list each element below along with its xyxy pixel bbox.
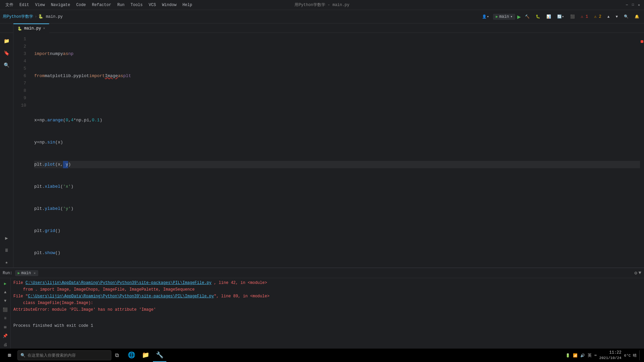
menu-file[interactable]: 文件 xyxy=(3,1,16,8)
taskbar-date: 2021/10/24 xyxy=(599,356,622,361)
line-numbers: 1 2 3 4 5 6 7 8 9 10 xyxy=(13,33,30,267)
pycharm-icon: 🔧 xyxy=(156,351,163,359)
menu-window[interactable]: Window xyxy=(159,2,179,8)
sidebar-run-icon[interactable]: ▶ xyxy=(1,233,12,243)
run-pin-icon[interactable]: 📌 xyxy=(1,332,9,340)
run-settings-icon[interactable]: ⚙ xyxy=(634,270,637,276)
toolbar-left: 用Python学数学 › 🐍 main.py xyxy=(3,14,479,19)
menu-navigate[interactable]: Navigate xyxy=(48,2,73,8)
search-button[interactable]: 🔍 xyxy=(622,14,631,19)
menu-view[interactable]: View xyxy=(33,2,48,8)
battery-icon: 🔋 xyxy=(566,353,570,358)
window-title: 用Python学数学 - main.py xyxy=(294,2,349,8)
warning-count[interactable]: ⚠ 2 xyxy=(592,13,603,20)
run-output-line-2: from . import Image, ImageChops, ImageFi… xyxy=(13,286,639,293)
run-print-icon[interactable]: 🖨 xyxy=(1,341,9,349)
left-sidebar: 📁 🔖 🔍 ▶ ≣ ★ xyxy=(0,33,13,267)
wifi-icon: 📶 xyxy=(573,353,578,358)
taskbar-right: 🔋 📶 🔊 英 ⌨ 11:22 2021/10/24 6°C 晴 xyxy=(566,350,641,361)
menu-edit[interactable]: Edit xyxy=(17,2,32,8)
nav-up[interactable]: ▲ xyxy=(605,14,612,19)
tab-main-py[interactable]: 🐍 main.py × xyxy=(13,23,49,33)
sidebar-bookmark-icon[interactable]: 🔖 xyxy=(1,48,12,58)
taskbar-weather: 6°C 晴 xyxy=(624,353,637,358)
taskbar-search[interactable]: 🔍 在这里输入你要搜索的内容 xyxy=(17,350,111,360)
code-editor[interactable]: 1 2 3 4 5 6 7 8 9 10 import numpy as np … xyxy=(13,33,644,267)
window-controls: — □ ✕ xyxy=(625,3,641,7)
run-button[interactable]: ▶ xyxy=(517,13,521,20)
toolbar-coverage[interactable]: 📊 xyxy=(544,14,553,19)
menu-help[interactable]: Help xyxy=(180,2,195,8)
breadcrumb: 用Python学数学 › 🐍 main.py xyxy=(3,14,63,19)
taskbar-search-text: 在这里输入你要搜索的内容 xyxy=(28,353,76,358)
taskbar-app-edge[interactable]: 🌐 xyxy=(125,349,138,362)
taskbar: ⊞ 🔍 在这里输入你要搜索的内容 ⧉ 🌐 📁 🔧 🔋 📶 🔊 英 ⌨ 11:22… xyxy=(0,349,644,362)
code-line-4: x = np.arange(0, 4 * np.pi, 0.1) xyxy=(34,117,640,124)
taskbar-time: 11:22 xyxy=(599,350,622,356)
run-config-tab[interactable]: ▶ main ✕ xyxy=(15,270,38,276)
menu-vcs[interactable]: VCS xyxy=(146,2,159,8)
minimize-button[interactable]: — xyxy=(625,3,629,7)
tab-close-button[interactable]: × xyxy=(43,27,45,31)
sidebar-project-icon[interactable]: 📁 xyxy=(1,36,12,46)
code-line-3 xyxy=(34,95,640,102)
toolbar-build[interactable]: 🔨 xyxy=(523,14,532,19)
code-line-5: y = np.sin(x) xyxy=(34,139,640,146)
task-view-button[interactable]: ⧉ xyxy=(113,350,121,360)
run-file-link-main[interactable]: C:\Users\lijin\AppData\Roaming\Python\Py… xyxy=(28,294,214,299)
menu-bar: 文件 Edit View Navigate Code Refactor Run … xyxy=(3,1,195,8)
run-tab-close[interactable]: ✕ xyxy=(34,271,36,275)
run-play-icon[interactable]: ▶ xyxy=(1,280,9,288)
breadcrumb-file: 🐍 main.py xyxy=(38,14,63,19)
menu-code[interactable]: Code xyxy=(73,2,89,8)
error-count[interactable]: ⚠ 1 xyxy=(579,13,590,20)
run-exit-message: Process finished with exit code 1 xyxy=(13,316,639,329)
run-scroll-up-icon[interactable]: ▲ xyxy=(1,288,9,296)
taskbar-system-icons: 🔋 📶 🔊 英 ⌨ xyxy=(566,353,597,358)
run-output-line-4: class ImageFile(Image.Image): xyxy=(13,300,639,306)
toolbar-profile[interactable]: 🔄▾ xyxy=(555,14,566,19)
title-bar-left: 文件 Edit View Navigate Code Refactor Run … xyxy=(3,1,195,8)
run-output-line-3: File "C:\Users\lijin\AppData\Roaming\Pyt… xyxy=(13,293,639,300)
run-stop-icon[interactable]: ⬛ xyxy=(1,306,9,314)
run-output-line-5: AttributeError: module 'PIL.Image' has n… xyxy=(13,306,639,313)
run-panel-header: Run: ▶ main ✕ ⚙ ▼ xyxy=(0,268,644,278)
run-layout-icon[interactable]: ⊞ xyxy=(1,323,9,331)
run-file-link-top[interactable]: C:\Users\lijin\AppData\Roaming\Python\Py… xyxy=(25,281,212,285)
run-config[interactable]: ▶ main ▾ xyxy=(493,14,515,20)
start-button[interactable]: ⊞ xyxy=(3,349,16,362)
toolbar-debug[interactable]: 🐛 xyxy=(534,14,542,19)
search-icon: 🔍 xyxy=(20,353,25,358)
menu-tools[interactable]: Tools xyxy=(128,2,145,8)
breadcrumb-project[interactable]: 用Python学数学 xyxy=(3,14,33,19)
taskbar-apps: 🌐 📁 🔧 xyxy=(125,349,166,362)
error-gutter xyxy=(640,33,644,267)
taskbar-clock[interactable]: 11:22 2021/10/24 xyxy=(599,350,622,361)
run-hide-icon[interactable]: ▼ xyxy=(639,270,641,276)
toolbar-right: 👤▾ ▶ main ▾ ▶ 🔨 🐛 📊 🔄▾ ⬛ ⚠ 1 ⚠ 2 ▲ ▼ 🔍 🔔 xyxy=(480,13,641,20)
taskbar-app-pycharm[interactable]: 🔧 xyxy=(153,349,166,362)
user-icon[interactable]: 👤▾ xyxy=(480,14,491,19)
code-line-6: plt.plot(x, y) xyxy=(34,161,640,168)
taskbar-app-explorer[interactable]: 📁 xyxy=(139,349,152,362)
run-output-line-1: File C:\Users\lijin\AppData\Roaming\Pyth… xyxy=(13,280,639,286)
menu-run[interactable]: Run xyxy=(115,2,127,8)
run-scroll-down-icon[interactable]: ▼ xyxy=(1,297,9,305)
run-panel: Run: ▶ main ✕ ⚙ ▼ ▶ ▲ ▼ ⬛ ≡ ⊞ 📌 🖨 🗑 File… xyxy=(0,267,644,361)
update-button[interactable]: 🔔 xyxy=(633,14,641,19)
run-filter-icon[interactable]: ≡ xyxy=(1,314,9,322)
maximize-button[interactable]: □ xyxy=(631,3,635,7)
close-button[interactable]: ✕ xyxy=(637,3,641,7)
code-line-1: import numpy as np xyxy=(34,50,640,58)
toolbar-stop[interactable]: ⬛ xyxy=(568,14,577,19)
title-bar: 文件 Edit View Navigate Code Refactor Run … xyxy=(0,0,644,10)
menu-refactor[interactable]: Refactor xyxy=(89,2,114,8)
breadcrumb-separator: › xyxy=(35,14,37,19)
sidebar-find-icon[interactable]: 🔍 xyxy=(1,60,12,70)
sidebar-structure-icon[interactable]: ≣ xyxy=(1,245,12,255)
show-desktop-button[interactable] xyxy=(639,350,641,360)
lang-icon: 英 xyxy=(588,353,592,358)
code-content[interactable]: import numpy as np from matplotlib.pyplo… xyxy=(30,33,640,267)
sidebar-favorites-icon[interactable]: ★ xyxy=(1,257,12,267)
nav-down[interactable]: ▼ xyxy=(613,14,620,19)
